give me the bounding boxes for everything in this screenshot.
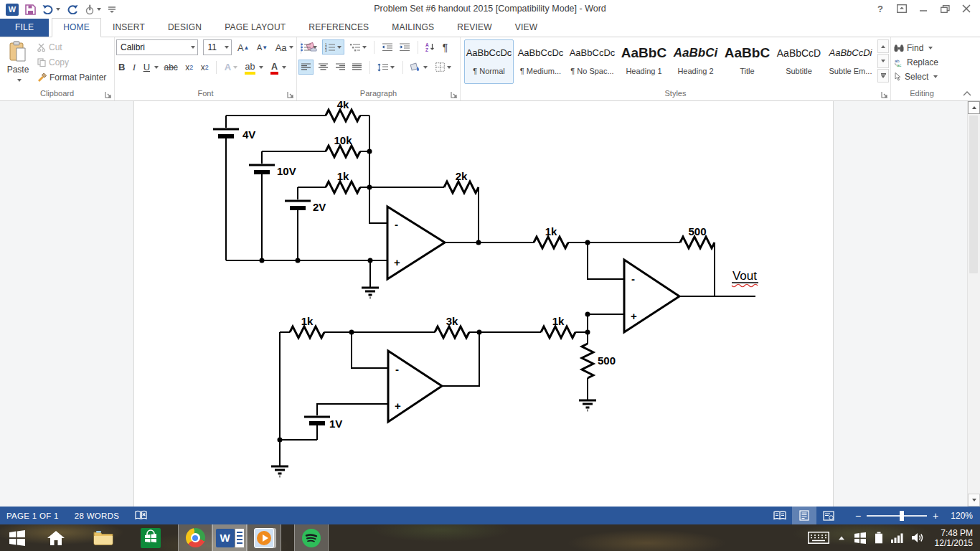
select-button[interactable]: Select [892,70,951,84]
style-subtle-emphasis[interactable]: AaBbCcDiSubtle Em... [826,39,875,84]
vertical-scrollbar[interactable] [967,101,980,507]
paste-dropdown-caret[interactable] [17,79,22,82]
show-hide-pilcrow-button[interactable]: ¶ [440,39,451,55]
network-signal-icon[interactable] [891,533,903,543]
sort-button[interactable]: AZ [423,39,437,55]
strikethrough-button[interactable]: abc [161,60,179,75]
styles-dialog-launcher[interactable] [881,91,888,98]
borders-button[interactable] [433,60,453,75]
font-size-combo[interactable]: 11 [203,39,232,55]
numbering-caret[interactable] [337,46,341,49]
bullets-caret[interactable] [313,46,317,49]
highlight-button[interactable]: ab [243,60,266,75]
scroll-down-button[interactable] [968,494,980,507]
change-case-button[interactable]: Aa [273,40,296,55]
style-gallery-more-button[interactable] [877,69,889,83]
borders-caret[interactable] [447,66,451,69]
align-right-button[interactable] [334,60,347,75]
zoom-slider-thumb[interactable] [900,511,904,521]
style-heading1[interactable]: AaBbCHeading 1 [619,39,669,84]
style-heading2[interactable]: AaBbCiHeading 2 [671,39,720,84]
paste-button[interactable]: Paste [1,39,34,85]
style-gallery-down-button[interactable] [877,54,889,67]
cut-button[interactable]: Cut [37,39,113,55]
tab-design[interactable]: DESIGN [156,19,213,37]
action-center-windows-icon[interactable] [854,532,867,545]
tab-mailings[interactable]: MAILINGS [380,19,446,37]
multilevel-list-caret[interactable] [362,46,367,49]
find-button[interactable]: Find [892,41,951,55]
style-title[interactable]: AaBbCTitle [722,39,772,84]
shrink-font-button[interactable]: A▼ [255,40,270,55]
numbering-button[interactable]: 123 [322,39,344,55]
text-effects-button[interactable]: A [222,60,240,75]
paragraph-dialog-launcher[interactable] [451,91,458,98]
font-dialog-launcher[interactable] [287,91,294,98]
scrollbar-thumb[interactable] [969,116,978,273]
tab-insert[interactable]: INSERT [101,19,156,37]
justify-button[interactable] [350,60,364,75]
web-layout-button[interactable] [816,507,841,524]
tab-file[interactable]: FILE [0,19,49,37]
style-no-spacing[interactable]: AaBbCcDc¶ No Spac... [567,39,617,84]
subscript-button[interactable]: x2 [183,60,195,75]
shading-caret[interactable] [423,66,428,69]
shading-button[interactable] [408,60,430,75]
align-center-button[interactable] [316,60,330,75]
taskbar-clock[interactable]: 7:48 PM 12/1/2015 [935,528,973,548]
align-left-button[interactable] [298,60,314,75]
font-color-button[interactable]: A [269,60,288,75]
word-count[interactable]: 28 WORDS [75,512,119,520]
style-normal[interactable]: AaBbCcDc¶ Normal [464,39,514,84]
battery-icon[interactable] [875,532,883,544]
ribbon-display-options-button[interactable] [891,1,913,17]
style-gallery-up-button[interactable] [877,39,889,53]
decrease-indent-button[interactable] [380,39,395,55]
close-button[interactable] [956,1,977,17]
bold-button[interactable]: B [116,60,127,75]
style-medium[interactable]: AaBbCcDc¶ Medium... [516,39,565,84]
taskbar-file-explorer-button[interactable] [86,524,121,551]
touch-keyboard-icon[interactable] [808,532,829,544]
font-size-caret[interactable] [225,46,229,49]
superscript-button[interactable]: x2 [199,60,211,75]
bullets-button[interactable] [298,39,319,55]
print-layout-button[interactable] [792,507,816,524]
grow-font-button[interactable]: A▲ [235,40,252,55]
page-count[interactable]: PAGE 1 OF 1 [6,512,59,520]
underline-caret[interactable] [154,66,159,69]
tab-review[interactable]: REVIEW [446,19,504,37]
underline-button[interactable]: U [141,60,152,75]
read-mode-button[interactable] [768,507,792,524]
zoom-out-button[interactable]: − [851,510,865,522]
show-hidden-icons-chevron[interactable] [837,535,846,541]
multilevel-list-button[interactable] [348,39,369,55]
tab-page-layout[interactable]: PAGE LAYOUT [213,19,297,37]
highlight-caret[interactable] [259,66,263,69]
line-spacing-button[interactable] [375,60,397,75]
taskbar-word-button[interactable]: W [212,524,247,551]
tab-home[interactable]: HOME [52,18,101,37]
restore-button[interactable] [934,1,956,17]
taskbar-media-player-button[interactable] [247,524,281,551]
format-painter-button[interactable]: Format Painter [37,70,113,85]
increase-indent-button[interactable] [397,39,412,55]
font-color-caret[interactable] [282,66,286,69]
collapse-ribbon-button[interactable] [963,91,971,96]
speaker-icon[interactable] [911,532,924,543]
font-family-caret[interactable] [191,46,195,49]
help-button[interactable]: ? [870,1,891,17]
select-caret[interactable] [933,75,938,78]
zoom-level[interactable]: 120% [943,511,973,521]
taskbar-home-button[interactable] [39,524,73,551]
line-spacing-caret[interactable] [390,66,395,69]
clipboard-dialog-launcher[interactable] [105,91,112,98]
zoom-slider-track[interactable] [867,515,927,517]
proofing-error-icon[interactable] [135,510,147,521]
tab-references[interactable]: REFERENCES [297,19,380,37]
scroll-up-button[interactable] [968,101,980,114]
italic-button[interactable]: I [131,60,138,75]
replace-button[interactable]: abac Replace [892,55,951,70]
change-case-caret[interactable] [289,46,293,49]
taskbar-spotify-button[interactable] [294,524,329,551]
